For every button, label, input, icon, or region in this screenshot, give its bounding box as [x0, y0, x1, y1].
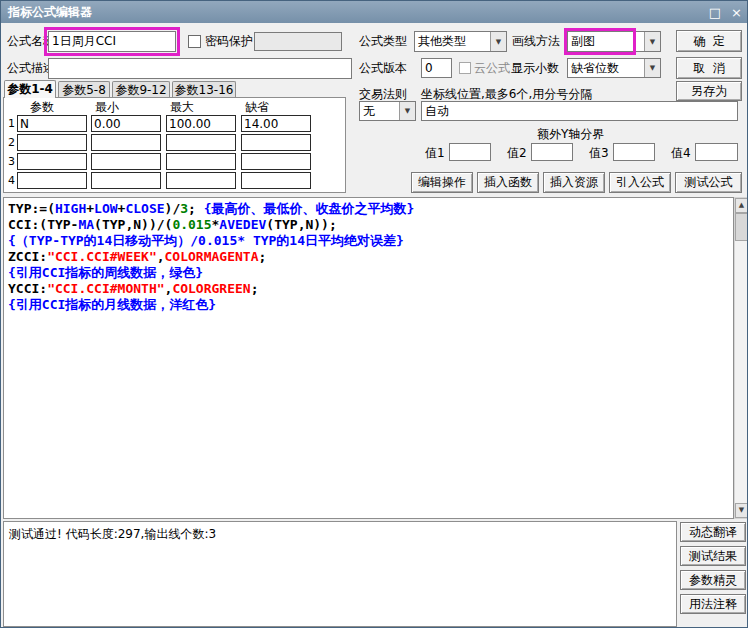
- formula-version-label: 公式版本: [359, 58, 407, 79]
- extra-yaxis-label: 额外Y轴分界: [537, 124, 604, 145]
- param-cell[interactable]: [91, 115, 161, 132]
- close-icon[interactable]: ×: [731, 6, 742, 19]
- decimal-display-value: 缺省位数: [568, 59, 644, 77]
- usage-notes-button[interactable]: 用法注释: [680, 594, 746, 614]
- param-table: 参数 最小 最大 缺省 1 2 3 4: [3, 97, 346, 193]
- cloud-formula-checkbox[interactable]: [459, 62, 471, 74]
- dropdown-arrow-icon[interactable]: ▼: [644, 59, 660, 77]
- tab-params-9-12[interactable]: 参数9-12: [112, 81, 170, 98]
- param-col-header: 最大: [170, 99, 194, 116]
- formula-type-value: 其他类型: [415, 32, 490, 51]
- test-formula-button[interactable]: 测试公式: [675, 172, 742, 193]
- formula-name-input[interactable]: [48, 31, 176, 52]
- row-number: 2: [8, 136, 15, 149]
- tab-params-1-4[interactable]: 参数1-4: [4, 80, 56, 98]
- row-number: 1: [8, 117, 15, 130]
- cancel-button[interactable]: 取 消: [676, 57, 742, 79]
- value3-input[interactable]: [613, 143, 655, 161]
- param-cell[interactable]: [241, 115, 311, 132]
- value4-input[interactable]: [695, 143, 738, 161]
- value3-label: 值3: [589, 143, 609, 164]
- code-text: TYP:=(HIGH+LOW+CLOSE)/3; {最高价、最低价、收盘价之平均…: [8, 201, 733, 313]
- param-cell[interactable]: [17, 134, 87, 151]
- param-cell[interactable]: [166, 134, 236, 151]
- password-input[interactable]: [254, 32, 342, 51]
- dropdown-arrow-icon[interactable]: ▼: [399, 102, 415, 120]
- insert-resource-button[interactable]: 插入资源: [543, 172, 605, 193]
- insert-function-button[interactable]: 插入函数: [477, 172, 539, 193]
- draw-method-label: 画线方法: [512, 31, 560, 52]
- draw-method-value: 副图: [568, 32, 644, 51]
- param-cell[interactable]: [17, 172, 87, 189]
- titlebar: 指标公式编辑器 □ ×: [1, 1, 748, 23]
- dropdown-arrow-icon[interactable]: ▼: [644, 32, 660, 51]
- param-cell[interactable]: [241, 134, 311, 151]
- param-cell[interactable]: [17, 153, 87, 170]
- param-cell[interactable]: [91, 172, 161, 189]
- password-protect-label: 密码保护: [205, 31, 253, 52]
- param-cell[interactable]: [166, 153, 236, 170]
- tab-params-13-16[interactable]: 参数13-16: [172, 81, 236, 98]
- value1-label: 值1: [425, 143, 445, 164]
- trade-rule-dropdown[interactable]: 无 ▼: [359, 101, 416, 121]
- code-editor[interactable]: TYP:=(HIGH+LOW+CLOSE)/3; {最高价、最低价、收盘价之平均…: [3, 197, 734, 519]
- dynamic-translate-button[interactable]: 动态翻译: [680, 522, 746, 542]
- param-cell[interactable]: [241, 153, 311, 170]
- status-text: 测试通过! 代码长度:297,输出线个数:3: [9, 527, 216, 541]
- param-col-header: 最小: [95, 99, 119, 116]
- formula-desc-input[interactable]: [48, 58, 352, 79]
- draw-method-dropdown[interactable]: 副图 ▼: [567, 31, 661, 52]
- param-col-header: 缺省: [245, 99, 269, 116]
- row-number: 3: [8, 155, 15, 168]
- scrollbar-thumb[interactable]: [735, 213, 748, 241]
- maximize-icon[interactable]: □: [709, 6, 721, 19]
- value2-label: 值2: [507, 143, 527, 164]
- param-cell[interactable]: [17, 115, 87, 132]
- ok-button[interactable]: 确 定: [676, 30, 742, 52]
- value2-input[interactable]: [531, 143, 573, 161]
- row-number: 4: [8, 174, 15, 187]
- decimal-display-label: 显示小数: [511, 58, 559, 79]
- password-protect-checkbox[interactable]: [188, 35, 201, 48]
- window-controls: □ ×: [709, 6, 742, 19]
- formula-type-dropdown[interactable]: 其他类型 ▼: [414, 31, 507, 52]
- decimal-display-dropdown[interactable]: 缺省位数 ▼: [567, 58, 661, 78]
- trade-rule-value: 无: [360, 102, 399, 120]
- formula-editor-window: 指标公式编辑器 □ × 公式名称 密码保护 公式类型 其他类型 ▼ 画线方法 副…: [0, 0, 748, 628]
- value1-input[interactable]: [449, 143, 491, 161]
- scroll-up-icon[interactable]: ▲: [735, 198, 748, 213]
- param-cell[interactable]: [166, 115, 236, 132]
- test-output-box: 测试通过! 代码长度:297,输出线个数:3: [3, 521, 677, 627]
- edit-operation-button[interactable]: 编辑操作: [411, 172, 473, 193]
- save-as-button[interactable]: 另存为: [676, 81, 742, 101]
- tab-params-5-8[interactable]: 参数5-8: [58, 81, 110, 98]
- value4-label: 值4: [671, 143, 691, 164]
- dropdown-arrow-icon[interactable]: ▼: [490, 32, 506, 51]
- cloud-formula-label: 云公式: [474, 58, 510, 79]
- param-cell[interactable]: [241, 172, 311, 189]
- window-title: 指标公式编辑器: [8, 4, 92, 21]
- formula-type-label: 公式类型: [359, 31, 407, 52]
- scroll-down-icon[interactable]: ▼: [735, 503, 748, 518]
- param-col-header: 参数: [30, 99, 54, 116]
- test-result-button[interactable]: 测试结果: [680, 546, 746, 566]
- param-cell[interactable]: [166, 172, 236, 189]
- param-cell[interactable]: [91, 153, 161, 170]
- coord-position-input[interactable]: [421, 101, 738, 121]
- param-wizard-button[interactable]: 参数精灵: [680, 570, 746, 590]
- formula-version-input[interactable]: [421, 58, 452, 78]
- param-cell[interactable]: [91, 134, 161, 151]
- import-formula-button[interactable]: 引入公式: [609, 172, 671, 193]
- code-scrollbar[interactable]: ▲ ▼: [734, 197, 748, 519]
